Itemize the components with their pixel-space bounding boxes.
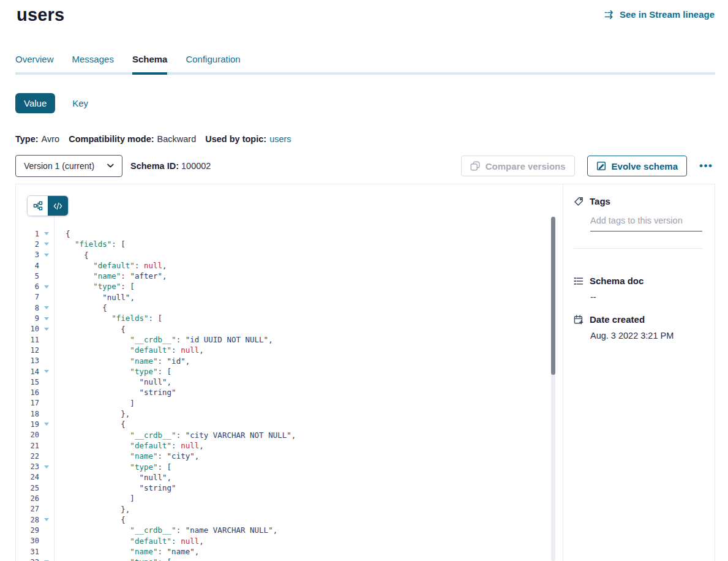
line-number: 20 [16,431,39,439]
code-line: 13 "name": "id", [16,356,550,366]
version-select-value: Version 1 (current) [24,161,94,171]
line-number: 7 [16,293,39,301]
code-line: 24 "null", [16,472,550,483]
doc-list-icon [574,276,584,286]
code-text: "string" [54,483,176,493]
fold-toggle-icon[interactable] [44,243,49,246]
code-line: 30 "default": null, [16,536,550,546]
fold-toggle-icon[interactable] [44,232,49,235]
code-text: { [54,228,70,239]
line-number: 31 [16,548,39,556]
tab-overview[interactable]: Overview [15,54,54,72]
code-line: 12 "default": null, [16,345,550,355]
line-number: 17 [16,399,39,407]
page-title: users [17,5,64,25]
code-scrollbar-track[interactable] [551,216,555,561]
schema-meta-row: Type: Avro Compatibility mode: Backward … [15,134,291,144]
code-text: }, [54,504,130,514]
code-text: "null", [54,292,135,303]
code-line: 23 "type": [ [16,462,550,472]
code-line: 6 "type": [ [16,281,550,292]
fold-toggle-icon[interactable] [44,370,49,373]
line-number: 30 [16,537,39,545]
tag-icon [574,197,584,206]
date-created-value: Aug. 3 2022 3:21 PM [590,331,702,341]
code-text: "default": null, [54,440,204,451]
fold-toggle-icon[interactable] [44,465,49,469]
compatibility-mode-label: Compatibility mode: [69,134,154,144]
used-by-topic: Used by topic: users [205,134,291,144]
schema-code-column: 1{2 "fields": [3 {4 "default": null,5 "n… [16,184,563,561]
fold-toggle-icon[interactable] [44,317,49,320]
code-text: "__crdb__": "name VARCHAR NULL", [54,525,277,535]
line-number: 11 [16,336,39,344]
schema-doc-header: Schema doc [574,276,702,286]
line-number: 25 [16,484,39,492]
line-number: 3 [16,250,39,259]
schema-type-label: Type: [15,134,39,144]
code-text: { [54,303,107,313]
schema-type-value: Avro [42,134,60,144]
line-number: 8 [16,304,39,312]
line-number: 22 [16,452,39,461]
code-text: { [54,250,89,260]
code-line: 29 "__crdb__": "name VARCHAR NULL", [16,525,550,535]
schema-doc-section: Schema doc -- [574,276,702,302]
code-line: 32 "type": [ [16,557,550,561]
tab-messages[interactable]: Messages [72,54,114,72]
code-line: 19 { [16,419,550,429]
code-text: { [54,324,126,334]
tab-configuration[interactable]: Configuration [186,54,240,72]
code-text: ] [54,398,135,409]
code-text: "null", [54,472,171,483]
fold-toggle-icon[interactable] [44,254,49,257]
code-line: 22 "name": "city", [16,451,550,461]
used-by-topic-label: Used by topic: [205,134,266,144]
add-tags-input[interactable] [590,216,702,232]
line-number: 1 [16,230,39,238]
version-select[interactable]: Version 1 (current) [15,155,122,177]
line-number: 12 [16,346,39,355]
stream-lineage-link[interactable]: See in Stream lineage [604,9,715,20]
fold-toggle-icon[interactable] [44,423,49,426]
code-text: "string" [54,387,176,397]
compare-versions-button[interactable]: Compare versions [461,156,575,176]
evolve-schema-button[interactable]: Evolve schema [587,156,687,176]
code-line: 26 ] [16,493,550,503]
more-actions-button[interactable]: ••• [696,159,715,173]
key-tab[interactable]: Key [72,98,88,108]
code-text: "default": null, [54,345,204,355]
code-view-button[interactable] [48,196,68,216]
tab-schema[interactable]: Schema [132,54,168,72]
edit-icon [596,161,606,171]
evolve-schema-label: Evolve schema [612,161,678,171]
tags-title: Tags [590,196,610,206]
line-number: 5 [16,272,39,280]
topic-link[interactable]: users [269,134,291,144]
schema-doc-value: -- [590,292,702,302]
schema-id-label: Schema ID: [130,161,179,171]
code-text: "name": "city", [54,451,199,461]
code-text: { [54,419,126,429]
compatibility-mode-value: Backward [157,134,197,144]
fold-toggle-icon[interactable] [44,285,49,288]
line-number: 10 [16,325,39,333]
tree-view-button[interactable] [28,196,48,216]
fold-toggle-icon[interactable] [44,306,49,309]
code-line: 25 "string" [16,483,550,493]
value-tab[interactable]: Value [15,93,55,113]
code-line: 21 "default": null, [16,440,550,451]
code-text: "default": null, [54,260,167,271]
line-number: 4 [16,262,39,270]
line-number: 15 [16,378,39,386]
value-key-toggle: Value Key [15,93,88,113]
line-number: 9 [16,314,39,323]
code-scrollbar-thumb[interactable] [551,217,555,375]
sidebar-divider [574,248,702,249]
line-number: 28 [16,516,39,524]
fold-toggle-icon[interactable] [44,328,49,331]
line-number: 26 [16,494,39,503]
fold-toggle-icon[interactable] [44,518,49,521]
code-editor[interactable]: 1{2 "fields": [3 {4 "default": null,5 "n… [16,216,550,561]
line-number: 29 [16,526,39,535]
